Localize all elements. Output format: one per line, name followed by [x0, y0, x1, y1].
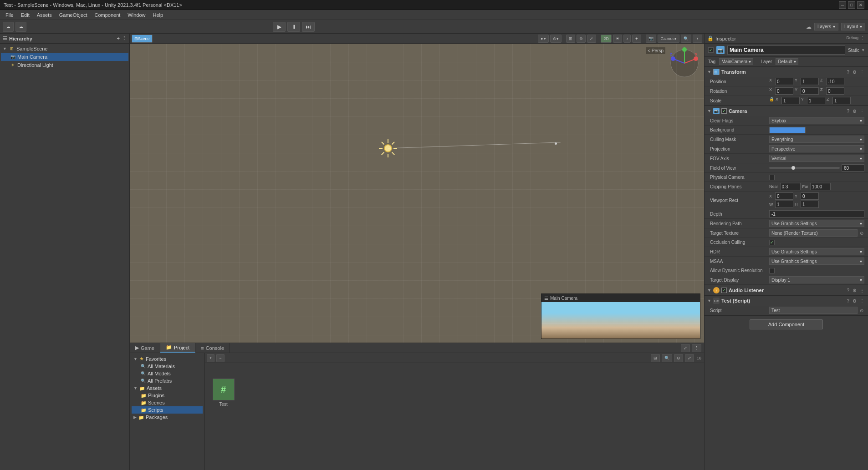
- step-button[interactable]: ⏭: [302, 22, 315, 32]
- rot-y-input[interactable]: [801, 87, 819, 95]
- assets-packages[interactable]: ▶ 📁 Packages: [132, 414, 203, 421]
- scene-cam-btn[interactable]: 📷: [646, 35, 656, 43]
- assets-filter-btn[interactable]: ⊙: [674, 354, 683, 362]
- layout-dropdown[interactable]: Layout ▾: [841, 23, 865, 30]
- play-button[interactable]: ▶: [273, 22, 286, 32]
- nav-gizmo[interactable]: X Y Z: [669, 47, 700, 79]
- pos-z-input[interactable]: [826, 78, 844, 85]
- rendering-path-dropdown[interactable]: Use Graphics Settings ▾: [769, 220, 864, 227]
- scene-tab[interactable]: ⊞ Scene: [132, 35, 153, 43]
- assets-assets-group[interactable]: ▼ 📁 Assets: [132, 384, 203, 392]
- assets-add-btn[interactable]: +: [207, 354, 214, 362]
- assets-remove-btn[interactable]: −: [216, 354, 224, 362]
- hdr-dropdown[interactable]: Use Graphics Settings ▾: [769, 248, 864, 255]
- target-display-dropdown[interactable]: Display 1 ▾: [769, 276, 864, 283]
- menu-assets[interactable]: Assets: [33, 11, 56, 19]
- menu-help[interactable]: Help: [149, 11, 167, 19]
- hier-item-maincamera[interactable]: 📷 Main Camera: [1, 53, 128, 61]
- inspector-lock-icon[interactable]: 🔒: [707, 35, 714, 41]
- hier-item-samplescene[interactable]: ▼ ⊞ SampleScene: [1, 45, 128, 53]
- assets-scripts[interactable]: 📁 Scripts: [132, 406, 203, 414]
- assets-expand-btn[interactable]: ⤢: [685, 354, 694, 362]
- camera-settings-btn[interactable]: ⚙: [852, 108, 858, 114]
- near-input[interactable]: [780, 183, 801, 190]
- camera-more-btn[interactable]: ⋮: [859, 108, 865, 114]
- script-pick-btn[interactable]: ⊙: [859, 308, 864, 313]
- culling-mask-dropdown[interactable]: Everything ▾: [769, 136, 864, 143]
- projection-dropdown[interactable]: Perspective ▾: [769, 145, 864, 152]
- close-button[interactable]: ✕: [857, 1, 864, 9]
- scene-shading-btn[interactable]: ● ▾: [538, 35, 549, 43]
- vp-w-input[interactable]: [775, 201, 793, 208]
- maximize-button[interactable]: □: [848, 1, 855, 9]
- tab-game[interactable]: ▶ Game: [130, 343, 160, 353]
- scene-options-btn[interactable]: ⋮: [693, 35, 702, 43]
- minimize-button[interactable]: ─: [839, 1, 846, 9]
- depth-input[interactable]: [769, 210, 864, 217]
- scene-overlay-btn[interactable]: ⊙ ▾: [550, 35, 562, 43]
- scene-search-btn[interactable]: 🔍: [681, 35, 691, 43]
- fov-input[interactable]: [842, 164, 864, 172]
- scale-z-input[interactable]: [832, 97, 851, 104]
- target-texture-dropdown[interactable]: None (Render Texture): [769, 229, 858, 237]
- scene-light-btn[interactable]: ☀: [613, 35, 622, 43]
- ts-settings-btn[interactable]: ⚙: [852, 298, 858, 304]
- transform-header[interactable]: ▼ ⊞ Transform ? ⚙ ⋮: [705, 67, 868, 77]
- al-active-checkbox[interactable]: ✓: [721, 288, 727, 293]
- assets-plugins[interactable]: 📁 Plugins: [132, 392, 203, 399]
- assets-all-prefabs[interactable]: 🔍 All Prefabs: [132, 377, 203, 384]
- ts-more-btn[interactable]: ⋮: [859, 298, 865, 304]
- tab-console[interactable]: ≡ Console: [195, 343, 230, 353]
- clear-flags-dropdown[interactable]: Skybox ▾: [769, 117, 864, 124]
- vp-h-input[interactable]: [801, 201, 819, 208]
- menu-file[interactable]: File: [2, 11, 17, 19]
- fov-slider[interactable]: [769, 167, 840, 169]
- fov-axis-dropdown[interactable]: Vertical ▾: [769, 155, 864, 162]
- scene-grid-btn[interactable]: ⊞: [566, 35, 575, 43]
- scene-snap-btn[interactable]: ⊕: [577, 35, 586, 43]
- scene-move-btn[interactable]: ⤢: [587, 35, 596, 43]
- assets-scenes[interactable]: 📁 Scenes: [132, 399, 203, 406]
- hierarchy-add-icon[interactable]: +: [117, 35, 120, 41]
- target-texture-pick-btn[interactable]: ⊙: [859, 230, 864, 236]
- scale-x-input[interactable]: [781, 97, 800, 104]
- physical-camera-checkbox[interactable]: [769, 175, 775, 180]
- al-help-btn[interactable]: ?: [846, 288, 850, 293]
- assets-all-materials[interactable]: 🔍 All Materials: [132, 363, 203, 370]
- menu-window[interactable]: Window: [124, 11, 149, 19]
- menu-edit[interactable]: Edit: [17, 11, 33, 19]
- tag-dropdown[interactable]: MainCamera ▾: [719, 58, 753, 65]
- script-value-dropdown[interactable]: Test: [769, 307, 858, 314]
- tab-project[interactable]: 📁 Project: [160, 343, 195, 353]
- assets-view-btn[interactable]: ⊞: [651, 354, 660, 362]
- scale-y-input[interactable]: [807, 97, 825, 104]
- camera-help-btn[interactable]: ?: [846, 108, 850, 114]
- scene-fx-btn[interactable]: ✦: [632, 35, 641, 43]
- assets-all-models[interactable]: 🔍 All Models: [132, 370, 203, 377]
- assets-search-btn[interactable]: 🔍: [662, 354, 672, 362]
- toolbar-account-btn[interactable]: ☁: [3, 22, 14, 32]
- allow-dynamic-checkbox[interactable]: [769, 268, 775, 273]
- transform-settings-btn[interactable]: ⚙: [852, 69, 858, 75]
- scene-main[interactable]: < Persp X: [130, 44, 704, 343]
- toolbar-collab-btn[interactable]: ☁: [15, 22, 26, 32]
- transform-more-btn[interactable]: ⋮: [859, 69, 865, 75]
- assets-favorites-group[interactable]: ▼ ★ Favorites: [132, 355, 203, 363]
- inspector-options-icon[interactable]: ⋮: [860, 35, 865, 41]
- pos-x-input[interactable]: [775, 78, 793, 85]
- inspector-debug-btn[interactable]: Debug: [846, 35, 858, 41]
- ts-help-btn[interactable]: ?: [846, 298, 850, 304]
- object-active-checkbox[interactable]: ✓: [708, 47, 714, 53]
- scene-gizmos-btn[interactable]: Gizmos ▾: [658, 35, 679, 43]
- layers-dropdown[interactable]: Layers ▾: [814, 23, 838, 30]
- hier-item-directionallight[interactable]: ☀ Directional Light: [1, 61, 128, 69]
- background-color-picker[interactable]: [769, 127, 806, 133]
- hierarchy-options-icon[interactable]: ⋮: [122, 35, 127, 41]
- vp-x-input[interactable]: [775, 192, 793, 200]
- occlusion-culling-checkbox[interactable]: ✓: [769, 240, 775, 245]
- asset-file-test[interactable]: # Test: [209, 377, 238, 409]
- camera-comp-header[interactable]: ▼ 📷 ✓ Camera ? ⚙ ⋮: [705, 106, 868, 116]
- scene-audio-btn[interactable]: ♪: [623, 35, 631, 43]
- pos-y-input[interactable]: [801, 78, 819, 85]
- al-settings-btn[interactable]: ⚙: [852, 288, 858, 293]
